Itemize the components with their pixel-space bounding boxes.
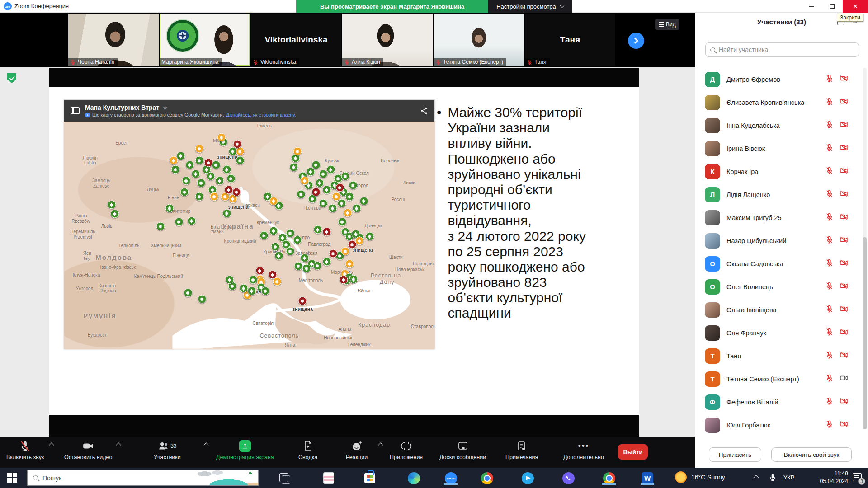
- camera-off-icon[interactable]: [840, 97, 848, 108]
- marker-damaged-green[interactable]: [191, 169, 200, 178]
- language-indicator[interactable]: УКР: [783, 474, 795, 481]
- marker-destroyed-red[interactable]: [329, 249, 338, 258]
- marker-damaged-green[interactable]: [198, 295, 207, 304]
- marker-damaged-green[interactable]: [365, 232, 374, 241]
- minimize-button[interactable]: [801, 0, 822, 13]
- marker-damaged-green[interactable]: [271, 243, 279, 251]
- marker-damaged-green[interactable]: [311, 160, 320, 169]
- marker-damaged-green[interactable]: [195, 192, 203, 201]
- marker-damaged-green[interactable]: [316, 179, 324, 188]
- marker-damaged-orange[interactable]: [210, 192, 218, 201]
- participant-row[interactable]: ККорчак Іра: [695, 160, 868, 183]
- mic-muted-icon[interactable]: [825, 189, 834, 200]
- marker-damaged-green[interactable]: [349, 275, 358, 284]
- marker-damaged-green[interactable]: [319, 199, 328, 208]
- participants-options-chevron[interactable]: [203, 442, 208, 447]
- marker-destroyed-red[interactable]: [225, 186, 233, 194]
- next-page-button[interactable]: [628, 33, 644, 49]
- star-icon[interactable]: ☆: [163, 105, 167, 111]
- participant-row[interactable]: Ольга Іваніщева: [695, 298, 868, 321]
- mic-muted-icon[interactable]: [825, 397, 834, 407]
- stop-video-button[interactable]: Остановить видео: [64, 440, 113, 460]
- participant-row[interactable]: Оля Франчук: [695, 321, 868, 344]
- marker-damaged-green[interactable]: [156, 222, 165, 230]
- marker-damaged-green[interactable]: [275, 252, 283, 260]
- taskbar-clock[interactable]: 11:49 05.04.2024: [808, 470, 848, 485]
- mic-muted-icon[interactable]: [825, 351, 834, 361]
- mic-muted-icon[interactable]: [825, 258, 834, 269]
- apps-button[interactable]: Приложения: [390, 440, 423, 460]
- marker-damaged-green[interactable]: [338, 217, 347, 226]
- marker-damaged-green[interactable]: [107, 200, 116, 209]
- taskbar-app-edge[interactable]: [407, 471, 420, 485]
- taskbar-search[interactable]: Пошук: [27, 470, 259, 486]
- marker-damaged-green[interactable]: [186, 160, 194, 169]
- marker-damaged-green[interactable]: [171, 165, 179, 174]
- mic-muted-icon[interactable]: [825, 282, 834, 292]
- marker-damaged-green[interactable]: [197, 179, 206, 188]
- marker-damaged-green[interactable]: [249, 275, 257, 284]
- mic-muted-icon[interactable]: [825, 305, 834, 315]
- marker-damaged-orange[interactable]: [301, 177, 309, 185]
- marker-damaged-green[interactable]: [360, 197, 368, 206]
- marker-damaged-green[interactable]: [349, 181, 357, 190]
- marker-damaged-green[interactable]: [341, 172, 350, 180]
- camera-off-icon[interactable]: [840, 258, 848, 269]
- camera-off-icon[interactable]: [840, 143, 848, 154]
- marker-damaged-green[interactable]: [338, 199, 346, 208]
- leave-button[interactable]: Выйти: [618, 444, 648, 460]
- marker-damaged-green[interactable]: [269, 226, 278, 235]
- marker-damaged-orange[interactable]: [332, 192, 340, 201]
- camera-off-icon[interactable]: [840, 212, 848, 223]
- marker-damaged-green[interactable]: [111, 210, 119, 218]
- participant-row[interactable]: ФФефелов Віталій: [695, 390, 868, 413]
- camera-off-icon[interactable]: [840, 235, 848, 246]
- marker-damaged-green[interactable]: [294, 262, 302, 271]
- whiteboards-button[interactable]: Доски сообщений: [439, 440, 486, 460]
- camera-off-icon[interactable]: [840, 189, 848, 200]
- search-input[interactable]: [719, 46, 854, 53]
- mic-muted-icon[interactable]: [825, 97, 834, 108]
- marker-damaged-green[interactable]: [223, 165, 231, 174]
- marker-destroyed-red[interactable]: [204, 158, 213, 167]
- mic-muted-icon[interactable]: [825, 235, 834, 246]
- marker-destroyed-red[interactable]: [256, 267, 264, 275]
- marker-damaged-green[interactable]: [182, 177, 191, 185]
- camera-on-icon[interactable]: [840, 374, 848, 384]
- marker-damaged-green[interactable]: [313, 262, 322, 270]
- video-tile[interactable]: ТаняТаня: [525, 14, 615, 66]
- marker-damaged-green[interactable]: [226, 174, 235, 183]
- marker-damaged-orange[interactable]: [345, 260, 354, 268]
- camera-off-icon[interactable]: [840, 74, 848, 84]
- marker-damaged-orange[interactable]: [273, 277, 281, 286]
- summary-button[interactable]: Сводка: [298, 440, 317, 460]
- tray-chevron-icon[interactable]: [753, 475, 759, 481]
- marker-damaged-green[interactable]: [289, 163, 298, 171]
- marker-damaged-green[interactable]: [301, 253, 309, 262]
- participant-search[interactable]: [705, 42, 859, 57]
- marker-damaged-green[interactable]: [322, 257, 331, 266]
- maximize-button[interactable]: [822, 0, 843, 13]
- marker-damaged-orange[interactable]: [343, 208, 352, 217]
- marker-damaged-orange[interactable]: [269, 197, 278, 206]
- video-tile[interactable]: Алла Кізюн: [342, 14, 433, 66]
- participant-row[interactable]: Юля Горбатюк: [695, 413, 868, 436]
- view-button[interactable]: Вид: [655, 19, 679, 30]
- marker-damaged-green[interactable]: [306, 167, 315, 176]
- marker-damaged-orange[interactable]: [169, 156, 178, 164]
- camera-off-icon[interactable]: [840, 420, 848, 430]
- participant-row[interactable]: ТТетяна Семко (Експерт): [695, 367, 868, 390]
- taskbar-app-word[interactable]: W: [641, 471, 654, 485]
- unmute-button[interactable]: Включить звук: [6, 440, 44, 460]
- marker-damaged-green[interactable]: [286, 247, 294, 256]
- mic-muted-icon[interactable]: [825, 212, 834, 223]
- video-tile[interactable]: Маргарита Яковишина: [160, 14, 250, 66]
- marker-damaged-green[interactable]: [226, 275, 234, 284]
- marker-damaged-green[interactable]: [180, 188, 189, 197]
- notes-button[interactable]: Примечания: [505, 440, 538, 460]
- marker-damaged-green[interactable]: [175, 217, 183, 226]
- tray-mic-icon[interactable]: [769, 473, 777, 484]
- marker-destroyed-red[interactable]: [311, 188, 320, 197]
- marker-damaged-green[interactable]: [286, 229, 294, 237]
- share-screen-button[interactable]: Демонстрация экрана: [216, 440, 274, 460]
